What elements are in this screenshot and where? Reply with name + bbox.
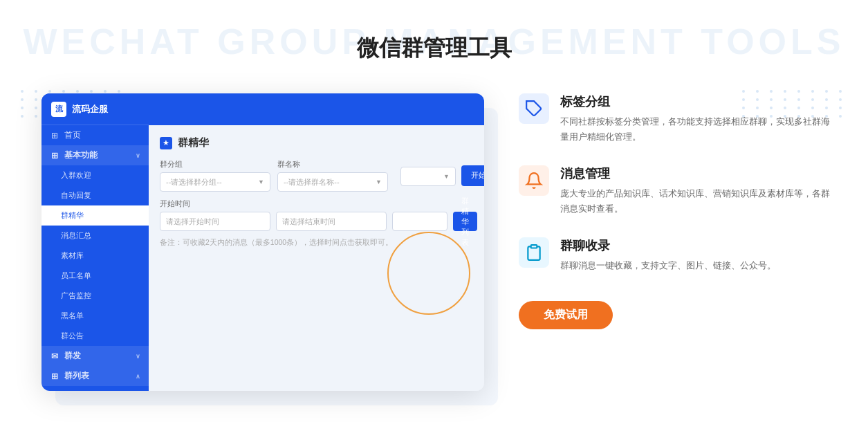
group-name-group: 群名称 --请选择群名称-- ▼ <box>277 159 388 192</box>
feature-recording-icon-box <box>519 237 549 268</box>
feature-recording-desc: 群聊消息一键收藏，支持文字、图片、链接、公众号。 <box>560 258 776 273</box>
page-icon: ★ <box>160 137 172 149</box>
mock-app-panel: 流 流码企服 ⊞ 首页 ⊞ 基本功能 ∨ 入群欢迎 自动回复 群精华 <box>41 93 484 391</box>
feature-messaging: 消息管理 庞大专业的产品知识库、话术知识库、营销知识库及素材库等，各群消息实时查… <box>519 165 837 217</box>
clipboard-icon <box>525 244 543 262</box>
feature-messaging-desc: 庞大专业的产品知识库、话术知识库、营销知识库及素材库等，各群消息实时查看。 <box>560 186 837 217</box>
sidebar-item-label: 素材库 <box>61 250 84 261</box>
sidebar-item-basic-functions[interactable]: ⊞ 基本功能 ∨ <box>41 145 149 165</box>
sidebar-item-label: 基本功能 <box>64 150 98 161</box>
keyword-input[interactable] <box>392 212 447 231</box>
feature-tagging-title: 标签分组 <box>560 93 837 110</box>
sidebar-item-label: 群列表 <box>64 371 89 381</box>
name-select[interactable]: --请选择群名称-- ▼ <box>277 172 388 192</box>
sidebar-item-label: 消息汇总 <box>61 230 91 241</box>
extra-select[interactable]: ▼ <box>400 167 456 186</box>
content-page-header: ★ 群精华 <box>160 136 473 149</box>
sidebar-item-label: 首页 <box>64 130 81 140</box>
sidebar-item-staff-list[interactable]: 员工名单 <box>41 266 149 286</box>
sidebar-item-group[interactable]: 群组 <box>41 386 149 391</box>
time-row: 请选择开始时间 请选择结束时间 群精华列表 <box>160 212 473 231</box>
feature-messaging-content: 消息管理 庞大专业的产品知识库、话术知识库、营销知识库及素材库等，各群消息实时查… <box>560 165 837 217</box>
feature-messaging-icon-box <box>519 165 549 196</box>
sidebar-nav: ⊞ 首页 ⊞ 基本功能 ∨ 入群欢迎 自动回复 群精华 消息汇总 素材库 <box>41 125 149 391</box>
feature-tagging-content: 标签分组 不同社群按标签分类管理，各功能支持选择相应群聊，实现多社群海量用户精细… <box>560 93 837 145</box>
list-icon: ⊞ <box>50 372 59 381</box>
sidebar-item-announcement[interactable]: 群公告 <box>41 326 149 346</box>
end-time-input[interactable]: 请选择结束时间 <box>276 212 387 231</box>
form-note: 备注：可收藏2天内的消息（最多1000条），选择时间点击获取即可。 <box>160 238 473 248</box>
sidebar-item-ad-monitor[interactable]: 广告监控 <box>41 286 149 306</box>
feature-tagging-desc: 不同社群按标签分类管理，各功能支持选择相应群聊，实现多社群海量用户精细化管理。 <box>560 114 837 145</box>
group-label: 群分组 <box>160 159 270 169</box>
feature-recording-title: 群聊收录 <box>560 237 776 254</box>
feature-recording: 群聊收录 群聊消息一键收藏，支持文字、图片、链接、公众号。 <box>519 237 837 273</box>
start-time-label: 开始时间 <box>160 199 473 209</box>
group-select-placeholder: --请选择群分组-- <box>166 177 222 187</box>
chevron-down-icon: ▼ <box>376 178 382 185</box>
sidebar-item-welcome[interactable]: 入群欢迎 <box>41 165 149 185</box>
cta-free-trial-button[interactable]: 免费试用 <box>519 301 613 329</box>
feature-recording-content: 群聊收录 群聊消息一键收藏，支持文字、图片、链接、公众号。 <box>560 237 776 273</box>
name-label: 群名称 <box>277 159 388 169</box>
start-time-input[interactable]: 请选择开始时间 <box>160 212 270 231</box>
app-sidebar: 流 流码企服 ⊞ 首页 ⊞ 基本功能 ∨ 入群欢迎 自动回复 群精华 <box>41 93 149 391</box>
app-content: ★ 群精华 群分组 --请选择群分组-- ▼ 群名称 --请选择群名称-- ▼ <box>149 125 484 264</box>
name-select-placeholder: --请选择群名称-- <box>284 177 340 187</box>
sidebar-item-label: 员工名单 <box>61 270 91 281</box>
tag-icon <box>525 100 543 118</box>
feature-tagging: 标签分组 不同社群按标签分类管理，各功能支持选择相应群聊，实现多社群海量用户精细… <box>519 93 837 145</box>
feature-messaging-title: 消息管理 <box>560 165 837 182</box>
mail-icon: ✉ <box>50 351 59 361</box>
sidebar-item-label: 群发 <box>64 351 81 361</box>
sidebar-item-group-essence[interactable]: 群精华 <box>41 205 149 226</box>
group-select-group: 群分组 --请选择群分组-- ▼ <box>160 159 270 192</box>
home-icon: ⊞ <box>50 131 59 140</box>
features-panel: 标签分组 不同社群按标签分类管理，各功能支持选择相应群聊，实现多社群海量用户精细… <box>519 93 837 329</box>
sidebar-item-home[interactable]: ⊞ 首页 <box>41 125 149 145</box>
sidebar-item-label: 群精华 <box>61 210 84 221</box>
sidebar-item-blacklist[interactable]: 黑名单 <box>41 306 149 326</box>
logo-text: 流码企服 <box>72 104 108 115</box>
sidebar-item-group-list[interactable]: ⊞ 群列表 ∧ <box>41 366 149 386</box>
sidebar-item-label: 自动回复 <box>61 190 91 201</box>
sidebar-item-materials[interactable]: 素材库 <box>41 246 149 266</box>
sidebar-item-auto-reply[interactable]: 自动回复 <box>41 185 149 205</box>
sidebar-item-broadcast[interactable]: ✉ 群发 ∨ <box>41 346 149 366</box>
content-page-title: 群精华 <box>178 136 209 149</box>
list-button[interactable]: 群精华列表 <box>453 212 477 231</box>
basic-icon: ⊞ <box>50 151 59 161</box>
sidebar-item-label: 广告监控 <box>61 291 91 301</box>
collect-button[interactable]: 开始收藏 <box>461 165 484 186</box>
sidebar-item-message-summary[interactable]: 消息汇总 <box>41 226 149 246</box>
page-title: 微信群管理工具 <box>357 33 512 64</box>
sidebar-item-label: 黑名单 <box>61 311 84 321</box>
app-topbar <box>149 93 484 125</box>
app-main: ★ 群精华 群分组 --请选择群分组-- ▼ 群名称 --请选择群名称-- ▼ <box>149 93 484 391</box>
chevron-down-icon: ∨ <box>136 152 140 159</box>
bell-icon <box>525 172 543 190</box>
end-time-placeholder: 请选择结束时间 <box>282 217 335 227</box>
chevron-down-icon: ▼ <box>443 173 450 180</box>
logo-icon: 流 <box>51 102 66 117</box>
chevron-down-icon: ∨ <box>136 353 140 360</box>
form-row-1: 群分组 --请选择群分组-- ▼ 群名称 --请选择群名称-- ▼ <box>160 159 473 192</box>
sidebar-logo: 流 流码企服 <box>41 93 149 125</box>
svg-rect-1 <box>531 246 537 248</box>
sidebar-item-label: 群公告 <box>61 331 84 341</box>
group-select[interactable]: --请选择群分组-- ▼ <box>160 172 270 192</box>
chevron-up-icon: ∧ <box>136 373 140 380</box>
chevron-down-icon: ▼ <box>258 178 264 185</box>
start-time-placeholder: 请选择开始时间 <box>166 217 219 227</box>
feature-tagging-icon-box <box>519 93 549 124</box>
sidebar-item-label: 入群欢迎 <box>61 170 91 181</box>
